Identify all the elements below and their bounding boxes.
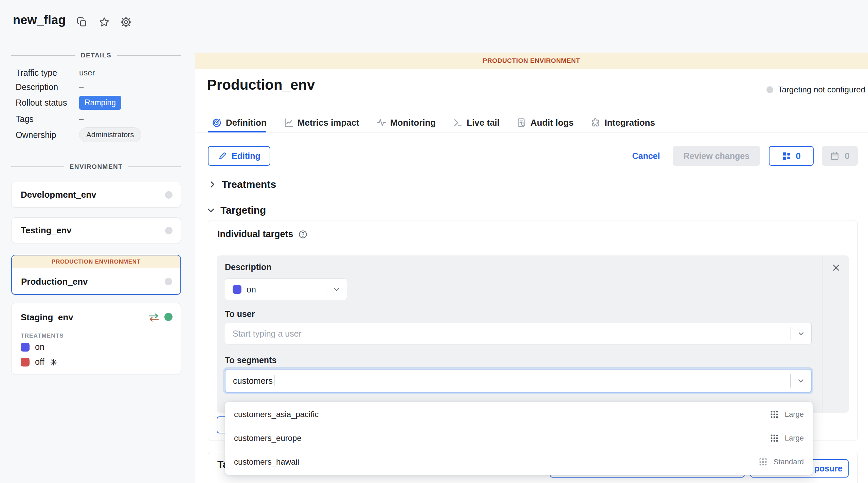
treatment-color-on [21, 343, 30, 352]
tab-label: Live tail [467, 118, 500, 128]
details-divider: DETAILS [11, 52, 181, 59]
status-dot [165, 278, 172, 285]
env-card-testing[interactable]: Testing_env [11, 217, 181, 243]
status-dot [165, 227, 173, 234]
calendar-count-button[interactable]: 0 [822, 146, 858, 166]
to-segments-label: To segments [225, 355, 276, 365]
grid-icon [782, 151, 791, 161]
targeting-status: Targeting not configured [766, 85, 865, 94]
env-name: Staging_env [21, 312, 73, 323]
tab-metrics-impact[interactable]: Metrics impact [284, 118, 359, 128]
page: new_flag DETAILS Traffic type u [0, 0, 868, 483]
to-user-placeholder: Start typing a user [233, 329, 302, 339]
chevron-down-icon[interactable] [326, 285, 347, 293]
individual-targets-title: Individual targets [217, 229, 293, 239]
tab-bar: Definition Metrics impact Monitoring [211, 115, 655, 130]
to-user-input[interactable]: Start typing a user [225, 323, 812, 344]
text-caret [274, 375, 274, 386]
tab-audit-logs[interactable]: Audit logs [517, 118, 574, 128]
tab-label: Monitoring [390, 118, 436, 128]
treatment-color-swatch [233, 285, 241, 294]
ownership-pill[interactable]: Administrators [79, 127, 141, 142]
detail-label: Ownership [16, 130, 79, 140]
treatment-name: on [35, 342, 44, 352]
page-title: new_flag [13, 13, 66, 27]
asterisk-icon [50, 358, 58, 366]
chevron-right-icon [208, 180, 217, 189]
treatments-section-toggle[interactable]: Treatments [208, 179, 276, 190]
segment-option-asia-pacific[interactable]: customers_asia_pacific Large [225, 402, 813, 426]
target-rule-card-divider [822, 255, 822, 413]
detail-label: Description [16, 82, 79, 92]
segment-size: Large [785, 434, 804, 443]
editing-button[interactable]: Editing [208, 146, 270, 166]
tab-label: Definition [226, 118, 267, 128]
env-name: Development_env [21, 190, 96, 200]
production-environment-banner: PRODUCTION ENVIRONMENT [195, 53, 868, 69]
editing-label: Editing [232, 151, 260, 161]
detail-row-rollout-status: Rollout status Ramping [16, 94, 181, 111]
audit-logs-icon [517, 118, 527, 128]
detail-label: Traffic type [16, 68, 79, 78]
tab-monitoring[interactable]: Monitoring [376, 118, 436, 128]
grid-count: 0 [796, 151, 800, 161]
close-icon[interactable] [830, 262, 842, 274]
status-dot [165, 191, 173, 199]
chevron-down-icon[interactable] [791, 329, 811, 338]
to-segments-value: customers [233, 376, 273, 386]
targeting-status-text: Targeting not configured [778, 85, 865, 94]
help-icon[interactable] [298, 230, 308, 239]
review-changes-button[interactable]: Review changes [673, 146, 760, 166]
gear-icon[interactable] [120, 16, 132, 29]
detail-row-description: Description – [16, 79, 181, 94]
environment-title: Production_env [207, 77, 315, 93]
treatment-color-off [21, 358, 30, 366]
chevron-down-icon [206, 206, 215, 215]
env-card-staging[interactable]: Staging_env TREATMENTS on off [11, 303, 181, 374]
transfer-icon [148, 313, 160, 324]
pencil-icon [218, 151, 227, 161]
tab-integrations[interactable]: Integrations [591, 118, 655, 128]
treatments-section-title: Treatments [222, 179, 276, 190]
exposure-button-label-partial: posure [814, 464, 843, 473]
star-icon[interactable] [98, 16, 111, 29]
detail-value: user [79, 68, 95, 77]
targeting-section-toggle[interactable]: Targeting [206, 204, 266, 216]
to-segments-input[interactable]: customers [225, 369, 812, 393]
dot-grid-solid-icon [770, 434, 779, 443]
definition-icon [211, 117, 222, 128]
segment-size: Standard [774, 458, 804, 466]
treatment-name: off [35, 357, 44, 367]
to-user-label: To user [225, 309, 255, 319]
segment-option-hawaii[interactable]: customers_hawaii Standard [225, 450, 813, 474]
details-heading: DETAILS [81, 52, 111, 59]
detail-label: Tags [16, 114, 79, 124]
copy-icon[interactable] [75, 16, 88, 29]
review-changes-label: Review changes [683, 151, 749, 161]
detail-value: – [79, 82, 84, 92]
tabbar-border [195, 132, 868, 132]
env-card-development[interactable]: Development_env [11, 182, 181, 208]
treatments-heading: TREATMENTS [21, 333, 64, 339]
cancel-button[interactable]: Cancel [632, 151, 660, 161]
segment-name: customers_europe [234, 433, 302, 443]
treatment-select-value: on [247, 285, 256, 294]
dot-grid-light-icon [759, 458, 767, 466]
individual-targets-header: Individual targets [217, 229, 308, 239]
calendar-count: 0 [845, 151, 849, 161]
segment-name: customers_asia_pacific [234, 410, 319, 419]
treatment-select[interactable]: on [225, 279, 347, 300]
grid-count-button[interactable]: 0 [769, 146, 814, 166]
detail-row-ownership: Ownership Administrators [16, 126, 181, 143]
tab-definition[interactable]: Definition [211, 117, 267, 128]
segment-option-europe[interactable]: customers_europe Large [225, 426, 813, 450]
tab-live-tail[interactable]: Live tail [453, 118, 500, 128]
dot-grid-solid-icon [770, 410, 779, 419]
targeting-section-title: Targeting [220, 204, 266, 216]
pulse-icon [376, 118, 386, 128]
env-card-production[interactable]: PRODUCTION ENVIRONMENT Production_env [11, 255, 181, 295]
rollout-status-badge[interactable]: Ramping [79, 96, 121, 110]
env-name: Production_env [21, 276, 88, 287]
tab-label: Metrics impact [297, 118, 359, 128]
chevron-down-icon[interactable] [791, 377, 811, 385]
